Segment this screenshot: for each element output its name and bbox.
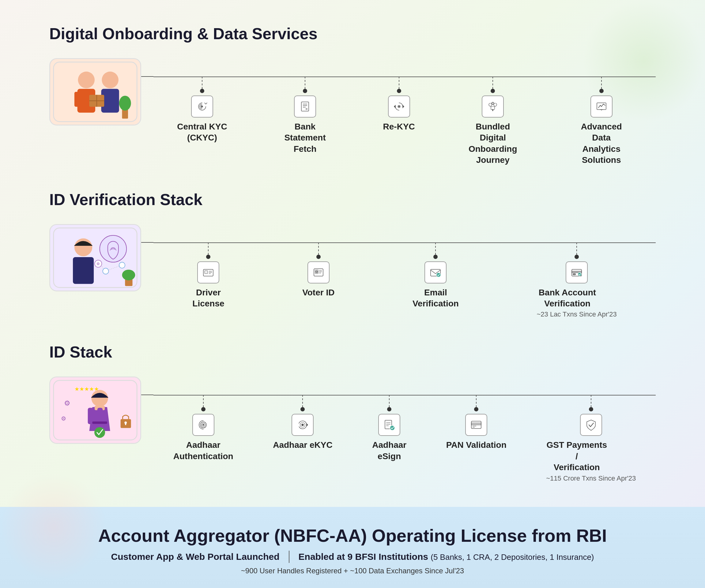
connector-line bbox=[141, 395, 153, 395]
id-verification-section: ID Verification Stack bbox=[49, 190, 656, 318]
bav-icon-box bbox=[566, 261, 588, 284]
timeline-dot bbox=[303, 89, 307, 93]
svg-rect-25 bbox=[491, 106, 495, 110]
timeline-dash bbox=[305, 77, 306, 89]
timeline-dot bbox=[490, 89, 495, 93]
svg-point-69 bbox=[91, 390, 108, 406]
timeline-items: Central KYC(CKYC) bbox=[153, 77, 656, 166]
timeline-item-pan: PAN Validation bbox=[446, 395, 507, 482]
dl-icon-box bbox=[197, 261, 219, 284]
aa-divider bbox=[289, 551, 289, 563]
dot-line bbox=[599, 77, 604, 96]
aesign-icon-box bbox=[378, 414, 400, 436]
aa-enabled-bold: Enabled at 9 BFSI Institutions bbox=[298, 551, 428, 562]
dot-line bbox=[201, 395, 205, 414]
email-label: EmailVerification bbox=[413, 287, 459, 309]
dot-line bbox=[206, 242, 210, 261]
timeline-dot bbox=[200, 89, 204, 93]
timeline-items-3: AadhaarAuthentication bbox=[153, 395, 656, 482]
timeline-item-bav: Bank Account Verification ~23 Lac Txns S… bbox=[536, 242, 616, 318]
aa-stats: ~900 User Handles Registered + ~100 Data… bbox=[31, 567, 674, 575]
timeline-dot bbox=[433, 255, 438, 259]
dot-line bbox=[574, 242, 579, 261]
bav-label: Bank Account Verification bbox=[536, 287, 598, 309]
timeline-line-container-2: DriverLicense bbox=[153, 242, 656, 318]
timeline-dash bbox=[389, 395, 389, 407]
svg-marker-19 bbox=[394, 105, 395, 108]
aa-title: Account Aggregator (NBFC-AA) Operating L… bbox=[31, 525, 674, 546]
digital-onboarding-title: Digital Onboarding & Data Services bbox=[49, 24, 656, 43]
svg-rect-34 bbox=[73, 257, 94, 284]
dot-line bbox=[589, 395, 593, 414]
timeline-dash bbox=[399, 77, 399, 89]
id-verification-illustration: ⚙ bbox=[49, 224, 141, 291]
timeline-item-aa: AadhaarAuthentication bbox=[173, 395, 233, 482]
svg-point-1 bbox=[78, 71, 95, 88]
svg-rect-3 bbox=[75, 92, 80, 107]
timeline-dash bbox=[492, 77, 493, 89]
dot-line bbox=[316, 242, 321, 261]
id-verification-row: ⚙ bbox=[49, 224, 656, 318]
dot-line bbox=[433, 242, 438, 261]
bsf-icon-box bbox=[294, 96, 316, 117]
adas-label: Advanced DataAnalytics Solutions bbox=[571, 121, 632, 166]
aa-enabled-light: (5 Banks, 1 CRA, 2 Depositories, 1 Insur… bbox=[431, 552, 594, 562]
rekyc-icon-box bbox=[388, 96, 410, 117]
timeline-dash bbox=[202, 77, 202, 89]
svg-rect-46 bbox=[204, 271, 208, 274]
dot-line bbox=[474, 395, 478, 414]
timeline-dash bbox=[601, 77, 602, 89]
timeline-item-gst: GST Payments /Verification ~115 Crore Tx… bbox=[546, 395, 636, 482]
gst-label: GST Payments /Verification bbox=[546, 440, 607, 473]
svg-point-55 bbox=[316, 271, 318, 273]
svg-point-57 bbox=[436, 273, 441, 277]
aa-subtitle2: Enabled at 9 BFSI Institutions (5 Banks,… bbox=[298, 551, 594, 562]
main-container: Digital Onboarding & Data Services bbox=[31, 0, 674, 482]
svg-point-61 bbox=[578, 273, 581, 276]
timeline-dash bbox=[208, 242, 208, 255]
timeline-item-adas: Advanced DataAnalytics Solutions bbox=[571, 77, 632, 166]
svg-rect-14 bbox=[301, 102, 309, 111]
id-verification-timeline-container: DriverLicense bbox=[141, 224, 656, 318]
timeline-line-container: Central KYC(CKYC) bbox=[153, 77, 656, 166]
bdoj-icon-box bbox=[482, 96, 504, 117]
svg-point-79 bbox=[302, 424, 303, 426]
aekyc-icon-box bbox=[291, 414, 314, 436]
svg-text:★★★★★: ★★★★★ bbox=[75, 386, 99, 392]
dot-line bbox=[300, 395, 305, 414]
pan-label: PAN Validation bbox=[446, 440, 507, 451]
timeline-item-rekyc: Re-KYC bbox=[383, 77, 415, 166]
connector-line bbox=[141, 242, 153, 243]
timeline-dot bbox=[397, 89, 401, 93]
timeline-item-aekyc: Aadhaar eKYC bbox=[273, 395, 333, 482]
timeline-item-aesign: AadhaareSign bbox=[372, 395, 407, 482]
pan-icon-box bbox=[465, 414, 487, 436]
connector-line bbox=[141, 76, 153, 77]
svg-marker-80 bbox=[307, 424, 308, 426]
svg-point-11 bbox=[119, 96, 131, 111]
gst-icon-box bbox=[580, 414, 602, 436]
timeline-dash bbox=[435, 242, 436, 255]
id-stack-section: ID Stack ★★★★★ ⚙ ⚙ bbox=[49, 343, 656, 482]
id-verification-title: ID Verification Stack bbox=[49, 190, 656, 209]
timeline-item-bdoj: Bundled DigitalOnboarding Journey bbox=[462, 77, 523, 166]
svg-rect-68 bbox=[125, 423, 126, 425]
dot-line bbox=[387, 395, 391, 414]
svg-text:⚙: ⚙ bbox=[64, 399, 70, 407]
aekyc-label: Aadhaar eKYC bbox=[273, 440, 333, 451]
timeline-dot bbox=[589, 407, 593, 411]
ckyc-label: Central KYC(CKYC) bbox=[177, 121, 227, 144]
timeline-dot bbox=[201, 407, 205, 411]
svg-point-38 bbox=[103, 268, 108, 274]
dot-line bbox=[303, 77, 307, 96]
svg-point-76 bbox=[203, 424, 204, 426]
aa-subtitle-row: Customer App & Web Portal Launched Enabl… bbox=[31, 551, 674, 563]
svg-marker-18 bbox=[403, 105, 404, 108]
timeline-item-voter: Voter ID bbox=[302, 242, 334, 318]
svg-point-39 bbox=[119, 262, 125, 268]
aa-label: AadhaarAuthentication bbox=[173, 440, 233, 462]
bav-sub: ~23 Lac Txns Since Apr'23 bbox=[536, 310, 616, 318]
bdoj-label: Bundled DigitalOnboarding Journey bbox=[462, 121, 523, 166]
timeline-item-bsf: Bank StatementFetch bbox=[274, 77, 336, 166]
timeline-dot bbox=[300, 407, 305, 411]
